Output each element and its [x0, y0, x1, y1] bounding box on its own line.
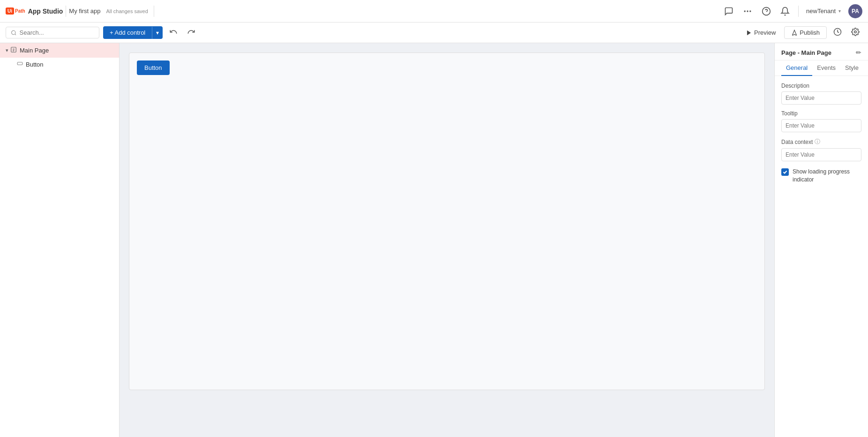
svg-point-2	[749, 10, 751, 12]
history-button[interactable]	[831, 26, 845, 40]
panel-body: Description Tooltip Data context ⓘ Show …	[775, 76, 868, 190]
topbar: Ui Path App Studio My first app All chan…	[0, 0, 868, 23]
info-icon[interactable]: ⓘ	[815, 138, 820, 146]
avatar[interactable]: PA	[848, 4, 862, 18]
more-options-icon[interactable]	[742, 6, 753, 17]
tooltip-input[interactable]	[781, 119, 861, 132]
svg-marker-5	[747, 30, 751, 35]
tab-general[interactable]: General	[781, 60, 812, 76]
undo-button[interactable]	[166, 26, 180, 40]
chevron-down-icon: ▾	[6, 47, 8, 53]
redo-icon	[187, 28, 195, 36]
tooltip-label: Tooltip	[781, 110, 861, 117]
edit-icon[interactable]: ✏	[856, 49, 861, 56]
saved-status: All changes saved	[106, 8, 148, 14]
toolbar-right: Preview Publish	[741, 26, 862, 40]
svg-point-1	[747, 10, 748, 12]
preview-button[interactable]: Preview	[741, 27, 780, 38]
search-box[interactable]	[6, 27, 99, 38]
main-layout: ▾ Main Page Button Button Page - Main Pa…	[0, 43, 868, 437]
tenant-selector[interactable]: newTenant ▾	[806, 8, 841, 15]
history-icon	[833, 28, 842, 36]
studio-label: App Studio	[28, 8, 63, 15]
uipath-logo: Ui Path	[6, 8, 25, 15]
chat-icon[interactable]	[723, 6, 734, 17]
sidebar-mainpage-label: Main Page	[20, 47, 49, 54]
notifications-icon[interactable]	[779, 6, 791, 17]
toolbar: + Add control ▾ Preview Publish	[0, 23, 868, 43]
canvas-button[interactable]: Button	[137, 60, 170, 75]
tab-style[interactable]: Style	[840, 60, 863, 76]
settings-icon	[851, 28, 860, 36]
search-icon	[11, 30, 17, 36]
search-input[interactable]	[20, 29, 94, 36]
topbar-divider	[66, 6, 66, 17]
svg-point-7	[854, 30, 857, 33]
data-context-label: Data context ⓘ	[781, 138, 861, 146]
preview-icon	[746, 30, 752, 36]
add-control-button[interactable]: + Add control ▾	[103, 26, 163, 39]
svg-point-0	[744, 10, 746, 12]
data-context-input[interactable]	[781, 148, 861, 161]
publish-icon	[791, 30, 798, 36]
description-input[interactable]	[781, 91, 861, 105]
show-loading-checkbox-row: Show loading progress indicator	[781, 168, 861, 184]
add-control-main[interactable]: + Add control	[103, 26, 152, 39]
tenant-label: newTenant	[806, 8, 836, 15]
svg-rect-9	[17, 62, 22, 65]
canvas-area: Button	[120, 43, 774, 437]
app-name: My first app	[69, 8, 100, 15]
show-loading-checkbox[interactable]	[781, 168, 789, 176]
help-icon[interactable]	[761, 6, 772, 17]
add-control-dropdown[interactable]: ▾	[152, 27, 163, 39]
sidebar-item-mainpage[interactable]: ▾ Main Page	[0, 43, 119, 58]
panel-title: Page - Main Page	[781, 49, 831, 56]
publish-button[interactable]: Publish	[784, 26, 827, 39]
description-label: Description	[781, 83, 861, 89]
sidebar-item-button[interactable]: Button	[0, 58, 119, 71]
tenant-chevron-icon: ▾	[838, 8, 841, 14]
canvas-page[interactable]: Button	[129, 53, 765, 390]
logo-area: Ui Path App Studio My first app All chan…	[6, 6, 154, 17]
svg-point-4	[12, 30, 15, 34]
right-panel: Page - Main Page ✏ General Events Style …	[774, 43, 868, 437]
checkmark-icon	[783, 170, 787, 174]
undo-icon	[169, 28, 178, 36]
show-loading-label: Show loading progress indicator	[793, 168, 861, 184]
panel-header: Page - Main Page ✏	[775, 43, 868, 60]
topbar-icons: newTenant ▾ PA	[723, 4, 862, 18]
redo-button[interactable]	[184, 26, 198, 40]
tab-events[interactable]: Events	[812, 60, 840, 76]
topbar-divider2	[798, 6, 799, 17]
sidebar-button-label: Button	[26, 61, 44, 68]
page-icon	[10, 46, 17, 54]
panel-tabs: General Events Style	[775, 60, 868, 76]
settings-button[interactable]	[848, 26, 862, 40]
sidebar: ▾ Main Page Button	[0, 43, 120, 437]
button-icon	[17, 60, 23, 68]
